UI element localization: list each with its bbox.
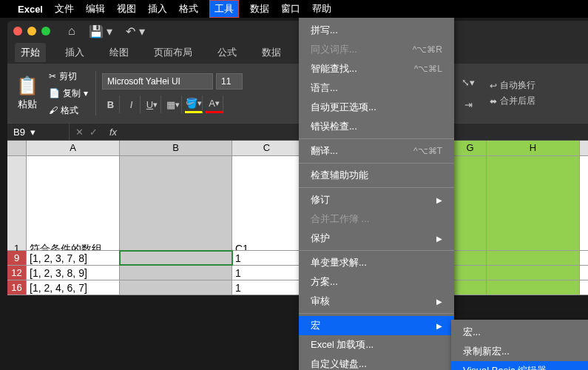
menu-item-scenarios[interactable]: 方案... — [299, 272, 454, 292]
menu-item-goal-seek[interactable]: 单变量求解... — [299, 253, 454, 272]
cell[interactable] — [487, 251, 580, 265]
tab-home[interactable]: 开始 — [15, 43, 46, 62]
menu-format[interactable]: 格式 — [179, 2, 198, 16]
menu-edit[interactable]: 编辑 — [86, 2, 105, 16]
table-row: 12 [1, 2, 3, 8, 9] 1 2 — [7, 266, 588, 280]
cell[interactable] — [120, 280, 232, 295]
tab-formulas[interactable]: 公式 — [212, 43, 243, 62]
menu-window[interactable]: 窗口 — [281, 2, 300, 16]
paste-button[interactable]: 📋 粘贴 — [13, 73, 41, 114]
menu-data[interactable]: 数据 — [250, 2, 269, 16]
menu-item-customize-keyboard[interactable]: 自定义键盘... — [299, 354, 454, 370]
cell[interactable]: 符合条件的数组 — [27, 156, 120, 250]
wrap-text-button[interactable]: ↩自动换行 — [490, 79, 535, 92]
cell[interactable]: 1 — [232, 251, 302, 265]
menu-item-smart-lookup[interactable]: 智能查找...^⌥⌘L — [299, 59, 454, 78]
merge-button[interactable]: ⬌合并后居 — [490, 95, 535, 107]
submenu-item-vba-editor[interactable]: Visual Basic 编辑器 — [451, 361, 588, 370]
submenu-item-record-macro[interactable]: 录制新宏... — [451, 342, 588, 361]
tab-layout[interactable]: 页面布局 — [148, 43, 198, 62]
tab-data[interactable]: 数据 — [256, 43, 287, 62]
cell[interactable] — [454, 251, 487, 265]
menu-item-spelling[interactable]: 拼写... — [299, 21, 454, 40]
col-header-a[interactable]: A — [27, 141, 120, 155]
cell[interactable]: 1 — [232, 280, 302, 295]
table-row: 16 [1, 2, 4, 6, 7] 1 2 — [7, 280, 588, 295]
menu-item-autocorrect[interactable]: 自动更正选项... — [299, 98, 454, 117]
border-button[interactable]: ▦▾ — [164, 95, 182, 113]
close-button[interactable] — [13, 27, 22, 36]
cell[interactable]: [1, 2, 4, 6, 7] — [27, 280, 120, 295]
col-header-b[interactable]: B — [120, 141, 232, 155]
cut-button[interactable]: ✂剪切 — [47, 69, 89, 84]
cell[interactable] — [454, 280, 487, 295]
select-all-corner[interactable] — [7, 141, 27, 155]
cell-selected[interactable] — [120, 251, 232, 265]
menu-item-error-check[interactable]: 错误检查... — [299, 117, 454, 136]
menu-item-audit[interactable]: 审核▶ — [299, 292, 454, 311]
col-header-c[interactable]: C — [232, 141, 302, 155]
cell[interactable] — [487, 156, 580, 250]
cell[interactable] — [120, 156, 232, 250]
menu-item-addins[interactable]: Excel 加载项... — [299, 335, 454, 354]
menu-item-accessibility[interactable]: 检查辅助功能 — [299, 166, 454, 185]
fill-color-button[interactable]: 🪣▾ — [185, 95, 203, 113]
format-painter-button[interactable]: 🖌格式 — [47, 103, 89, 118]
row-header-1[interactable]: 1 — [7, 156, 27, 250]
cell[interactable] — [487, 266, 580, 280]
menu-item-revisions[interactable]: 修订▶ — [299, 190, 454, 209]
macro-submenu: 宏... 录制新宏... Visual Basic 编辑器 — [451, 320, 588, 370]
cell[interactable]: [1, 2, 3, 7, 8] — [27, 251, 120, 265]
submenu-arrow-icon: ▶ — [436, 297, 442, 306]
menu-file[interactable]: 文件 — [55, 2, 74, 16]
menu-tools[interactable]: 工具 — [210, 1, 238, 17]
menu-insert[interactable]: 插入 — [148, 2, 167, 16]
clipboard-icon: 📋 — [16, 75, 38, 96]
menu-view[interactable]: 视图 — [117, 2, 136, 16]
cell[interactable] — [487, 280, 580, 295]
table-row: 9 [1, 2, 3, 7, 8] 1 2 — [7, 251, 588, 266]
paste-label: 粘贴 — [18, 98, 37, 111]
font-size-select[interactable] — [216, 73, 243, 90]
col-header-h[interactable]: H — [487, 141, 580, 155]
home-icon[interactable]: ⌂ — [68, 24, 75, 38]
col-header-g[interactable]: G — [454, 141, 487, 155]
formula-bar: B9 ▾ ✕ ✓ fx — [7, 123, 588, 141]
italic-button[interactable]: I — [123, 95, 141, 113]
row-header-9[interactable]: 9 — [7, 251, 27, 265]
accept-formula-icon[interactable]: ✓ — [89, 127, 98, 138]
underline-button[interactable]: U▾ — [143, 95, 161, 113]
tab-insert[interactable]: 插入 — [59, 43, 90, 62]
cell[interactable] — [454, 156, 487, 250]
font-name-select[interactable] — [102, 73, 213, 90]
bold-button[interactable]: B — [102, 95, 120, 113]
save-icon[interactable]: 💾 ▾ — [89, 24, 112, 38]
ribbon-tabs: 开始 插入 绘图 页面布局 公式 数据 — [7, 41, 588, 64]
minimize-button[interactable] — [27, 27, 36, 36]
indent-button[interactable]: ⇥ — [459, 96, 478, 112]
fx-label[interactable]: fx — [104, 127, 123, 138]
cancel-formula-icon[interactable]: ✕ — [75, 127, 84, 138]
submenu-item-macros[interactable]: 宏... — [451, 323, 588, 342]
app-name[interactable]: Excel — [18, 4, 43, 15]
cell[interactable]: 1 — [232, 266, 302, 280]
cell[interactable]: [1, 2, 3, 8, 9] — [27, 266, 120, 280]
menu-help[interactable]: 帮助 — [312, 2, 331, 16]
cell[interactable] — [120, 266, 232, 280]
menu-item-translate[interactable]: 翻译...^⌥⌘T — [299, 141, 454, 161]
menu-item-macro[interactable]: 宏▶ — [299, 316, 454, 335]
cell[interactable]: C1 — [232, 156, 302, 250]
menu-item-protect[interactable]: 保护▶ — [299, 229, 454, 248]
orientation-button[interactable]: ⤡▾ — [459, 74, 478, 90]
name-box[interactable]: B9 ▾ — [7, 124, 70, 140]
submenu-arrow-icon: ▶ — [436, 235, 442, 243]
maximize-button[interactable] — [41, 27, 50, 36]
row-header-12[interactable]: 12 — [7, 266, 27, 280]
menu-item-language[interactable]: 语言... — [299, 78, 454, 98]
row-header-16[interactable]: 16 — [7, 280, 27, 295]
undo-icon[interactable]: ↶ ▾ — [126, 24, 144, 38]
font-color-button[interactable]: A▾ — [206, 95, 223, 113]
tab-draw[interactable]: 绘图 — [104, 43, 135, 62]
copy-button[interactable]: 📄复制▾ — [47, 86, 89, 101]
cell[interactable] — [454, 266, 487, 280]
